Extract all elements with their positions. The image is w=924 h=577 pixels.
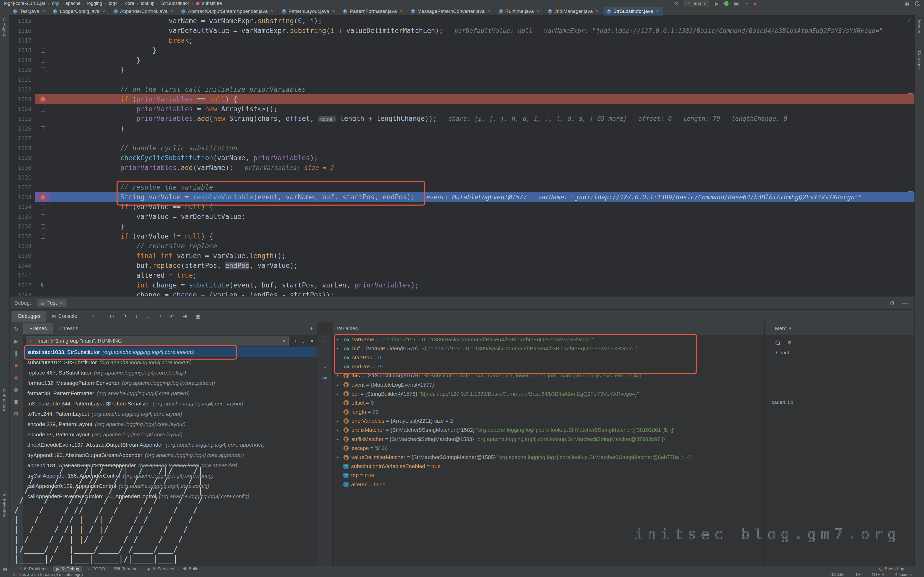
variable-row[interactable]: ▸oovarName = "jndi:ldap://127.0.0.1:1389…: [333, 335, 764, 344]
breakpoint-icon[interactable]: ✓: [40, 96, 46, 102]
close-icon[interactable]: ✕: [488, 9, 491, 13]
toolwindow-button-debug[interactable]: ▶5: Debug: [53, 566, 82, 572]
code-line[interactable]: 1018 }: [9, 45, 915, 55]
stripe-database[interactable]: Database: [916, 51, 922, 70]
close-icon[interactable]: ✕: [170, 9, 173, 13]
code-line[interactable]: 1027: [9, 134, 915, 143]
settings-gear-icon[interactable]: ⚙: [890, 300, 895, 306]
variable-row[interactable]: faltered = false: [333, 480, 764, 489]
step-into-icon[interactable]: ↓: [135, 313, 138, 319]
editor-tab[interactable]: CAppenderControl.java✕: [110, 7, 178, 15]
toolwindow-button-build[interactable]: ⚒Build: [180, 566, 201, 572]
expand-icon[interactable]: ▸: [337, 419, 343, 423]
stripe-favorites[interactable]: 2: Favorites: [2, 494, 7, 517]
toolwindow-button-todo[interactable]: ≡TODO: [85, 566, 108, 572]
code-line[interactable]: 1023✓ if (priorVariables == null) {: [9, 94, 915, 104]
step-over-icon[interactable]: ↷: [123, 313, 127, 319]
profiler-button[interactable]: ◔: [745, 1, 748, 6]
code-line[interactable]: 1030 priorVariables.add(varName);priorVa…: [9, 163, 915, 172]
editor-tab[interactable]: CPatternFormatter.java✕: [339, 7, 407, 15]
run-button[interactable]: ▶: [715, 1, 719, 6]
breadcrumb-item[interactable]: log4j-core-2.14.1.jar: [4, 1, 45, 6]
stack-frame-row[interactable]: directEncodeEvent:197, AbstractOutputStr…: [23, 440, 317, 450]
code-line[interactable]: 1031: [9, 172, 915, 182]
gutter[interactable]: [35, 68, 50, 73]
close-icon[interactable]: ✕: [656, 9, 659, 13]
code-line[interactable]: 1038 // recursive replace: [9, 241, 915, 251]
close-icon[interactable]: ✕: [332, 9, 335, 13]
close-icon[interactable]: ✕: [59, 301, 63, 305]
gutter[interactable]: [35, 214, 50, 219]
code-line[interactable]: 1016 varDefaultValue = varNameExpr.subst…: [9, 26, 915, 35]
tab-threads[interactable]: Threads: [53, 323, 84, 334]
code-line[interactable]: 1039 final int varLen = varValue.length(…: [9, 251, 915, 261]
editor-tab[interactable]: CStrSubstitutor.java✕: [603, 7, 663, 15]
breadcrumb-item[interactable]: org: [52, 1, 59, 6]
expand-icon[interactable]: ▸: [337, 346, 343, 351]
editor-tab[interactable]: CMessagePatternConverter.java✕: [407, 7, 495, 15]
stripe-maven[interactable]: Maven: [916, 20, 922, 33]
code-line[interactable]: 1040 buf.replace(startPos, endPos, varVa…: [9, 261, 915, 271]
run-config-select[interactable]: ✓ Test ∨: [684, 0, 709, 7]
gutter[interactable]: [35, 106, 50, 111]
stack-frame-row[interactable]: format:38, PatternFormatter(org.apache.l…: [23, 388, 317, 398]
code-line[interactable]: 1021: [9, 75, 915, 84]
expand-icon[interactable]: ▸: [337, 455, 343, 459]
editor-tab[interactable]: CAbstractOutputStreamAppender.java✕: [178, 7, 278, 15]
indent-style[interactable]: 4 spaces: [895, 572, 912, 577]
code-line[interactable]: 1020 }: [9, 65, 915, 75]
stack-frame-row[interactable]: callAppenderPreventRecursion:120, Append…: [23, 491, 317, 501]
memory-tab[interactable]: Mem ∨: [765, 322, 915, 335]
stop-icon[interactable]: ■: [15, 363, 18, 368]
expand-icon[interactable]: ▸: [337, 337, 343, 342]
expand-icon[interactable]: ▸: [337, 427, 343, 432]
stripe-structure[interactable]: 7: Structure: [2, 388, 7, 411]
editor[interactable]: 1015 varName = varNameExpr.substring(0, …: [9, 15, 915, 296]
gutter[interactable]: ✓: [35, 96, 50, 102]
close-icon[interactable]: ✕: [271, 9, 274, 13]
variable-row[interactable]: ▸pvalueDelimiterMatcher = {StrMatcher$St…: [333, 453, 764, 462]
debugger-settings-icon[interactable]: ⚙: [14, 411, 19, 416]
caret-position[interactable]: 1033:95: [830, 572, 845, 577]
evaluate-expression-icon[interactable]: ▦: [195, 313, 200, 319]
code-line[interactable]: 1042↻ int change = substitute(event, buf…: [9, 280, 915, 290]
debug-session-tab[interactable]: ▤ Test ✕: [37, 299, 66, 307]
code-line[interactable]: 1037 if (varValue != null) {: [9, 231, 915, 241]
breadcrumb-item[interactable]: logging: [87, 1, 102, 6]
show-watches-icon[interactable]: oo: [322, 376, 328, 380]
pause-program-icon[interactable]: ∥: [15, 351, 18, 356]
stack-frame-row[interactable]: encode:59, PatternLayout(org.apache.logg…: [23, 429, 317, 440]
gutter[interactable]: ✓: [35, 194, 50, 200]
breadcrumb-item[interactable]: log4j: [109, 1, 119, 6]
stack-frame-row[interactable]: encode:229, PatternLayout(org.apache.log…: [23, 419, 317, 429]
expand-icon[interactable]: ▸: [337, 437, 343, 442]
gutter[interactable]: [35, 205, 50, 210]
layout-menu-icon[interactable]: ≡: [92, 313, 95, 319]
move-watch-down-icon[interactable]: ↓: [323, 363, 326, 369]
variable-row[interactable]: fsubstitutionInVariablesEnabled = true: [333, 462, 764, 471]
code-line[interactable]: 1025 priorVariables.add(new String(chars…: [9, 114, 915, 124]
variable-row[interactable]: ooendPos = 79: [333, 362, 764, 371]
stack-frame-row[interactable]: replace:467, StrSubstitutor(org.apache.l…: [23, 367, 317, 378]
code-line[interactable]: 1029 checkCyclicSubstitution(varName, pr…: [9, 153, 915, 163]
stack-frame-row[interactable]: toText:244, PatternLayout(org.apache.log…: [23, 409, 317, 419]
editor-tab[interactable]: CLoggerConfig.java✕: [49, 7, 110, 15]
gutter[interactable]: [35, 48, 50, 53]
inspection-status-icon[interactable]: ✓: [907, 17, 912, 24]
thread-selector[interactable]: ✓ "main"@1 in group "main": RUNNING ∨: [26, 336, 289, 346]
drop-frame-icon[interactable]: ↶: [170, 313, 174, 319]
variable-row[interactable]: ▸oobuf = {StringBuilder@1578} "${jndi:ld…: [333, 344, 764, 353]
add-watch-icon[interactable]: +: [323, 339, 326, 344]
stack-frame-row[interactable]: append:181, AbstractOutputStreamAppender…: [23, 460, 317, 471]
debug-button[interactable]: [724, 1, 729, 6]
variable-row[interactable]: oostartPos = 0: [333, 353, 764, 362]
gutter[interactable]: [35, 126, 50, 131]
gutter[interactable]: [35, 58, 50, 63]
rerun-debugger-icon[interactable]: ↻: [14, 326, 19, 332]
encoding[interactable]: UTF-8: [872, 572, 884, 577]
editor-tab[interactable]: CPatternLayout.java✕: [278, 7, 339, 15]
stack-frame-row[interactable]: format:132, MessagePatternConverter(org.…: [23, 378, 317, 388]
event-log-button[interactable]: ◷ Event Log: [876, 566, 908, 572]
expand-icon[interactable]: ▸: [337, 392, 343, 396]
move-watch-up-icon[interactable]: ↑: [323, 351, 326, 356]
